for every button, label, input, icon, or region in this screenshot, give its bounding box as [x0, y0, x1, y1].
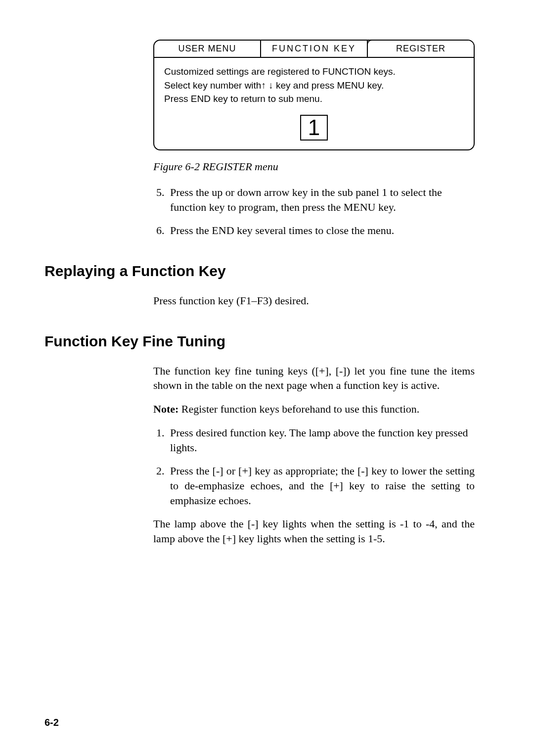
heading-finetune: Function Key Fine Tuning [44, 333, 490, 350]
menu-body-line2-prefix: Select key number with [164, 80, 261, 91]
step-6: Press the END key several times to close… [167, 223, 475, 238]
tab-register: REGISTER [367, 40, 475, 57]
step-6-text: Press the END key several times to close… [170, 224, 394, 236]
menu-body-line1: Customized settings are registered to FU… [164, 65, 464, 79]
tab-user-menu: USER MENU [154, 41, 261, 57]
menu-body-line2: Select key number with↑ ↓ key and press … [164, 79, 464, 93]
finetune-step-1: Press desired function key. The lamp abo… [167, 425, 475, 455]
selected-key-number: 1 [300, 115, 328, 141]
menu-body-line2-suffix: key and press MENU key. [273, 80, 384, 91]
finetune-note: Note: Register function keys beforehand … [153, 402, 475, 417]
arrow-down-icon: ↓ [268, 80, 273, 91]
steps-continued-list: Press the up or down arrow key in the su… [153, 185, 475, 238]
replay-body: Press function key (F1–F3) desired. [153, 293, 475, 308]
finetune-para1: The function key fine tuning keys ([+], … [153, 364, 475, 393]
menu-body: Customized settings are registered to FU… [154, 58, 474, 149]
register-menu-panel: USER MENU FUNCTION KEY REGISTER Customiz… [153, 40, 475, 150]
menu-body-line3: Press END key to return to sub menu. [164, 92, 464, 106]
note-text: Register function keys beforehand to use… [178, 403, 419, 415]
page-number: 6-2 [44, 717, 59, 728]
tab-function-key: FUNCTION KEY [261, 41, 368, 57]
finetune-step-2-text: Press the [-] or [+] key as appropriate;… [170, 465, 475, 506]
selected-key-box: 1 [164, 115, 464, 141]
finetune-step-1-text: Press desired function key. The lamp abo… [170, 426, 468, 454]
note-label: Note: [153, 403, 178, 415]
finetune-steps: Press desired function key. The lamp abo… [153, 425, 475, 508]
finetune-para-last: The lamp above the [-] key lights when t… [153, 517, 475, 546]
menu-tabs: USER MENU FUNCTION KEY REGISTER [154, 41, 474, 58]
step-5-text: Press the up or down arrow key in the su… [170, 186, 442, 213]
finetune-step-2: Press the [-] or [+] key as appropriate;… [167, 464, 475, 508]
figure-caption: Figure 6-2 REGISTER menu [153, 160, 475, 173]
arrow-up-icon: ↑ [261, 80, 266, 91]
step-5: Press the up or down arrow key in the su… [167, 185, 475, 214]
heading-replaying: Replaying a Function Key [44, 263, 490, 280]
